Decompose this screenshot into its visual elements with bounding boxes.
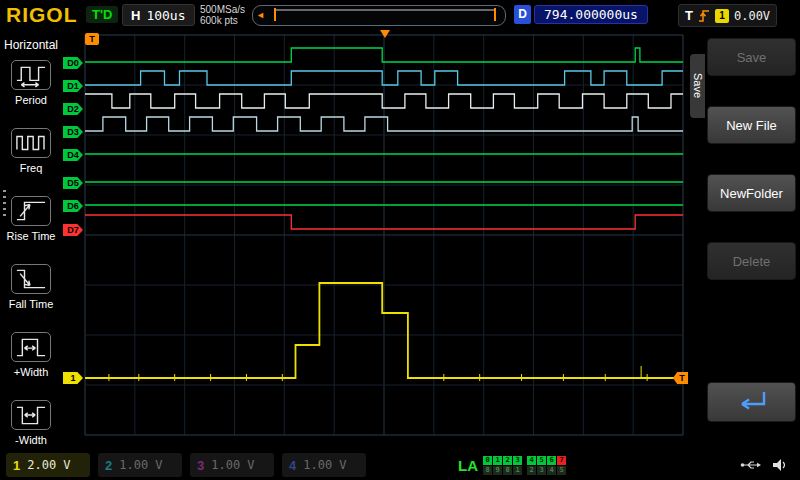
la-channels-low: 01234567	[483, 456, 566, 465]
speaker-icon[interactable]	[772, 458, 788, 472]
menu-tab-save: Save	[690, 54, 705, 118]
channel-1-scale: 2.00 V	[27, 458, 70, 472]
la-channel-cell: 5	[557, 466, 566, 475]
period-icon	[11, 60, 51, 90]
channel-2-scale: 1.00 V	[119, 458, 162, 472]
memory-depth-value: 600k pts	[200, 15, 245, 26]
la-channel-cell: 0	[503, 466, 512, 475]
delay-readout: D 794.000000us	[514, 5, 648, 24]
la-channel-cell: 0	[483, 456, 492, 465]
la-channel-cell: 3	[537, 466, 546, 475]
la-channel-cell: 3	[513, 456, 522, 465]
softkey-menu: Save Save New File NewFolder Delete	[688, 30, 800, 450]
timebase-value: 100us	[146, 8, 185, 23]
la-channel-cell: 1	[513, 466, 522, 475]
menu-item-label: -Width	[0, 434, 62, 446]
plus-width-icon	[11, 332, 51, 362]
channel-4-scale: 1.00 V	[303, 458, 346, 472]
horizontal-timebase[interactable]: H 100us	[122, 4, 195, 26]
new-file-button[interactable]: New File	[707, 106, 796, 144]
la-channel-cell: 4	[527, 456, 536, 465]
menu-item-label: Fall Time	[0, 298, 62, 310]
la-channels-high: 89012345	[483, 466, 566, 475]
menu-item-label: Freq	[0, 162, 62, 174]
h-label: H	[131, 8, 140, 23]
menu-item-label: Period	[0, 94, 62, 106]
channel-1-badge[interactable]: 1 2.00 V	[6, 453, 90, 477]
measure-menu: Horizontal Period Freq Rise Time Fall Ti	[0, 30, 62, 450]
new-folder-button[interactable]: NewFolder	[707, 174, 796, 212]
trigger-position-marker[interactable]	[380, 30, 390, 38]
system-icons	[740, 458, 788, 472]
trigger-level-value: 0.00V	[734, 9, 770, 23]
oscilloscope-screen: RIGOL T'D H 100us 500MSa/s 600k pts ◄ D …	[0, 0, 800, 480]
channel-4-number: 4	[289, 458, 296, 473]
trigger-readout[interactable]: T 1 0.00V	[678, 4, 777, 27]
channel-3-scale: 1.00 V	[211, 458, 254, 472]
menu-item-rise-time[interactable]: Rise Time	[0, 196, 62, 242]
trigger-time-marker[interactable]: T	[85, 33, 99, 45]
la-channel-cell: 4	[547, 466, 556, 475]
delete-button[interactable]: Delete	[707, 242, 796, 280]
usb-icon	[740, 459, 762, 471]
trigger-source-badge: 1	[715, 9, 729, 23]
la-channel-cell: 5	[537, 456, 546, 465]
trigger-status-badge: T'D	[86, 6, 118, 23]
channel-3-number: 3	[197, 458, 204, 473]
measure-menu-title: Horizontal	[0, 30, 62, 52]
rise-time-icon	[11, 196, 51, 226]
status-bar: RIGOL T'D H 100us 500MSa/s 600k pts ◄ D …	[0, 0, 800, 30]
d-label: D	[514, 5, 531, 24]
waveform-display: T T D0D1D2D3D4D5D6D71	[62, 30, 688, 450]
channel-1-number: 1	[13, 458, 20, 473]
back-button[interactable]	[707, 382, 796, 422]
return-arrow-icon	[728, 387, 776, 415]
menu-item-fall-time[interactable]: Fall Time	[0, 264, 62, 310]
save-button[interactable]: Save	[707, 38, 796, 76]
menu-item-label: +Width	[0, 366, 62, 378]
preview-waveform-strip	[261, 6, 501, 24]
waveform-canvas	[62, 30, 688, 450]
rising-edge-icon	[698, 8, 710, 24]
la-channel-cell: 6	[547, 456, 556, 465]
sample-rate-readout: 500MSa/s 600k pts	[200, 4, 245, 26]
la-channel-cell: 7	[557, 456, 566, 465]
sample-rate-value: 500MSa/s	[200, 4, 245, 15]
la-channel-cell: 9	[493, 466, 502, 475]
minus-width-icon	[11, 400, 51, 430]
la-label: LA	[458, 457, 478, 474]
la-channel-cell: 2	[527, 466, 536, 475]
menu-item-freq[interactable]: Freq	[0, 128, 62, 174]
channel-3-badge[interactable]: 3 1.00 V	[190, 453, 274, 477]
channel-2-badge[interactable]: 2 1.00 V	[98, 453, 182, 477]
fall-time-icon	[11, 264, 51, 294]
menu-item-period[interactable]: Period	[0, 60, 62, 106]
freq-icon	[11, 128, 51, 158]
la-channel-cell: 2	[503, 456, 512, 465]
rigol-logo: RIGOL	[6, 3, 78, 27]
t-label: T	[685, 8, 693, 23]
la-channel-cell: 8	[483, 466, 492, 475]
menu-item-label: Rise Time	[0, 230, 62, 242]
channel-2-number: 2	[105, 458, 112, 473]
logic-analyzer-badge[interactable]: LA 01234567 89012345	[458, 456, 566, 475]
channel-4-badge[interactable]: 4 1.00 V	[282, 453, 366, 477]
menu-item-minus-width[interactable]: -Width	[0, 400, 62, 446]
menu-item-plus-width[interactable]: +Width	[0, 332, 62, 378]
channel-status-bar: 1 2.00 V 2 1.00 V 3 1.00 V 4 1.00 V LA 0…	[0, 450, 800, 480]
delay-value: 794.000000us	[534, 5, 648, 24]
memory-preview[interactable]: ◄	[252, 5, 506, 26]
la-channel-cell: 1	[493, 456, 502, 465]
